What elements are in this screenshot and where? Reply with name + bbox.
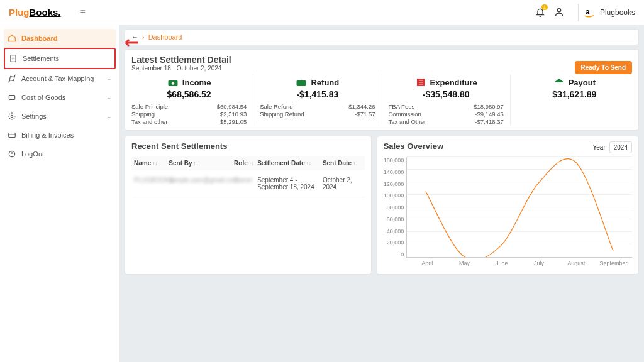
table-header: Name↑↓ Sent By↑↓ Role↑↓ Settlement Date↑… bbox=[131, 156, 365, 170]
y-tick: 100,000 bbox=[384, 192, 404, 199]
sidebar-item-label: Dashboard bbox=[21, 35, 57, 42]
breadcrumb-sep: › bbox=[142, 33, 145, 41]
expend-icon bbox=[415, 77, 426, 88]
sidebar-item-label: LogOut bbox=[21, 150, 44, 158]
breadcrumb: ← › Dashboard bbox=[125, 29, 639, 45]
x-tick: July bbox=[520, 260, 557, 266]
map-icon bbox=[8, 74, 16, 83]
sidebar-item-account[interactable]: Account & Tax Mapping⌄ bbox=[4, 69, 116, 88]
metric-line: FBA Fees-$18,980.97 bbox=[389, 103, 504, 110]
sidebar-item-settings[interactable]: Settings⌄ bbox=[4, 107, 116, 126]
metric-line: Tax and other$5,291.05 bbox=[131, 118, 247, 125]
metric-title: Refund bbox=[311, 78, 339, 87]
x-tick: June bbox=[483, 260, 520, 266]
sales-overview-card: Sales Overview Year 2024 160,000140,0001… bbox=[377, 136, 639, 275]
x-tick: May bbox=[446, 260, 483, 266]
y-tick: 80,000 bbox=[387, 204, 404, 211]
breadcrumb-link[interactable]: Dashboard bbox=[148, 33, 182, 41]
metric-refund: Refund-$1,415.83Sale Refund-$1,344.26Shi… bbox=[253, 74, 382, 125]
cell-sent-date: October 2, 2024 bbox=[323, 177, 365, 190]
brand-name: Plugbooks bbox=[600, 8, 635, 17]
col-name[interactable]: Name↑↓ bbox=[131, 160, 169, 167]
table-row[interactable]: PLUGBOOKS sample.user@gmail.com Owner Se… bbox=[131, 170, 365, 197]
sidebar-item-label: Settlements bbox=[23, 55, 59, 62]
col-sent-by[interactable]: Sent By↑↓ bbox=[169, 160, 234, 167]
chart-line bbox=[407, 157, 632, 257]
settlement-title: Latest Settlement Detail bbox=[131, 55, 632, 65]
chevron-down-icon: ⌄ bbox=[107, 75, 112, 82]
hamburger-icon[interactable]: ≡ bbox=[80, 7, 86, 18]
y-tick: 160,000 bbox=[384, 157, 404, 163]
metric-total: $68,586.52 bbox=[131, 89, 247, 99]
content-area: ← › Dashboard Latest Settlement Detail S… bbox=[119, 25, 644, 362]
sort-icon: ↑↓ bbox=[353, 161, 358, 167]
metric-title: Income bbox=[182, 78, 211, 87]
doc-icon bbox=[9, 54, 18, 63]
metric-line: Commission-$9,149.46 bbox=[389, 111, 504, 118]
metric-total: -$1,415.83 bbox=[260, 89, 375, 99]
tag-icon bbox=[8, 93, 16, 102]
sidebar-item-logout[interactable]: LogOut bbox=[4, 145, 116, 163]
metric-total: -$35,548.80 bbox=[389, 89, 504, 99]
logo[interactable]: PlugBooks. bbox=[9, 7, 61, 18]
cell-sent-by: sample.user@gmail.com bbox=[169, 177, 234, 190]
metric-income: Income$68,586.52Sale Principle$60,984.54… bbox=[125, 74, 253, 125]
income-icon bbox=[167, 77, 179, 88]
sidebar: DashboardSettlementsAccount & Tax Mappin… bbox=[0, 25, 119, 362]
sidebar-item-label: Billing & Invoices bbox=[21, 131, 74, 139]
notifications-button[interactable]: 1 bbox=[535, 7, 545, 18]
x-tick: September bbox=[595, 260, 632, 266]
y-tick: 20,000 bbox=[387, 239, 404, 246]
sidebar-item-label: Settings bbox=[21, 112, 47, 120]
logo-text-books: Books. bbox=[30, 7, 61, 18]
metric-payout: Payout$31,621.89 bbox=[511, 74, 638, 125]
sort-icon: ↑↓ bbox=[152, 161, 157, 167]
power-icon bbox=[8, 150, 16, 158]
divider bbox=[578, 4, 579, 21]
y-tick: 0 bbox=[401, 251, 404, 258]
topbar: PlugBooks. ≡ 1 a Plugbooks bbox=[0, 0, 644, 25]
recent-settlements-card: Recent Sent Settlements Name↑↓ Sent By↑↓… bbox=[125, 136, 372, 275]
ready-to-send-button[interactable]: Ready To Send bbox=[575, 61, 633, 74]
year-selector: Year 2024 bbox=[593, 141, 632, 153]
chart-x-axis: AprilMayJuneJulyAugustSeptember bbox=[409, 260, 632, 266]
x-tick: April bbox=[409, 260, 446, 266]
amazon-icon: a bbox=[584, 7, 595, 18]
metric-line: Tax and Other-$7,418.37 bbox=[389, 118, 504, 125]
gear-icon bbox=[8, 112, 16, 121]
svg-text:a: a bbox=[586, 8, 590, 16]
sort-icon: ↑↓ bbox=[306, 161, 311, 167]
metric-title: Payout bbox=[569, 78, 596, 87]
col-sent-date[interactable]: Sent Date↑↓ bbox=[323, 160, 365, 167]
payout-icon bbox=[553, 77, 565, 88]
sidebar-item-cogs[interactable]: Cost of Goods⌄ bbox=[4, 88, 116, 107]
chart-y-axis: 160,000140,000120,000100,00080,00060,000… bbox=[384, 157, 407, 258]
sort-icon: ↑↓ bbox=[194, 161, 199, 167]
brand-selector[interactable]: a Plugbooks bbox=[584, 7, 635, 18]
y-tick: 140,000 bbox=[384, 169, 404, 175]
notification-badge: 1 bbox=[541, 4, 548, 10]
chevron-down-icon: ⌄ bbox=[107, 94, 112, 101]
year-label: Year bbox=[593, 144, 606, 151]
metric-line: Shipping Refund-$71.57 bbox=[260, 111, 375, 118]
svg-rect-5 bbox=[9, 133, 16, 138]
card-icon bbox=[8, 131, 16, 140]
sidebar-item-label: Cost of Goods bbox=[21, 94, 65, 101]
y-tick: 60,000 bbox=[387, 216, 404, 222]
svg-rect-3 bbox=[9, 96, 14, 100]
settlement-period: September 18 - October 2, 2024 bbox=[131, 65, 632, 72]
col-settle-date[interactable]: Settlement Date↑↓ bbox=[257, 160, 323, 167]
sort-icon: ↑↓ bbox=[249, 161, 254, 167]
year-dropdown[interactable]: 2024 bbox=[609, 141, 632, 153]
sidebar-item-billing[interactable]: Billing & Invoices bbox=[4, 126, 116, 145]
user-icon bbox=[554, 7, 564, 17]
user-menu-button[interactable] bbox=[554, 7, 564, 18]
col-role[interactable]: Role↑↓ bbox=[234, 160, 257, 167]
cell-name: PLUGBOOKS bbox=[131, 177, 169, 190]
sidebar-item-label: Account & Tax Mapping bbox=[21, 75, 94, 82]
sidebar-item-settlements[interactable]: Settlements bbox=[4, 48, 116, 69]
sidebar-item-dashboard[interactable]: Dashboard bbox=[4, 29, 116, 48]
metric-line: Shipping$2,310.93 bbox=[131, 111, 247, 118]
y-tick: 120,000 bbox=[384, 181, 404, 187]
chevron-down-icon: ⌄ bbox=[107, 113, 112, 119]
